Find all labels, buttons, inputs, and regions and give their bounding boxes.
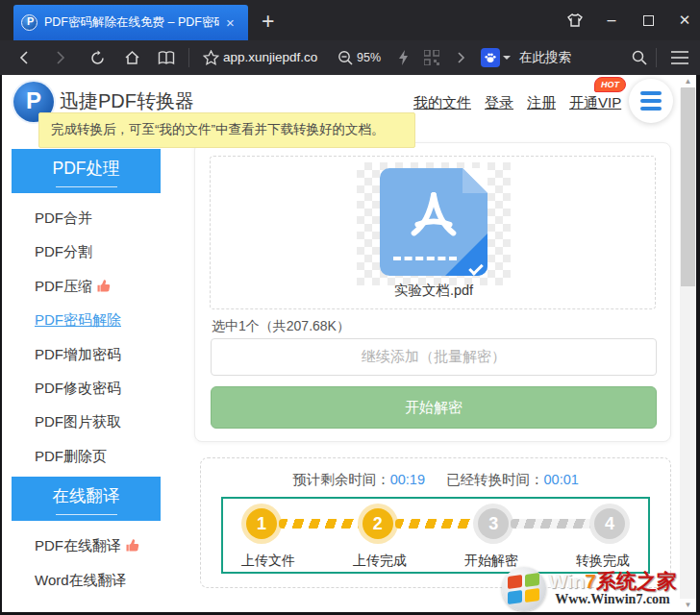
add-more-button[interactable]: 继续添加（批量解密）	[211, 338, 657, 376]
pdf-file-thumbnail[interactable]	[380, 168, 488, 276]
step-1-label: 上传文件	[235, 553, 302, 570]
search-icon[interactable]	[627, 40, 652, 75]
nav-vip[interactable]: 开通VIP	[569, 94, 621, 112]
steps-box: 1 2 3 4 上传文件 上传完成 开始解密 转换完成	[221, 497, 650, 574]
site-nav: 我的文件 登录 注册 开通VIP	[413, 94, 621, 112]
search-input[interactable]: 在此搜索	[519, 40, 571, 75]
extensions-chevron-icon[interactable]	[448, 40, 473, 75]
file-dropzone[interactable]: 实验文档.pdf	[210, 156, 656, 309]
toolbar-divider	[656, 48, 657, 67]
sidebar-item-pdf-merge[interactable]: PDF合并	[12, 201, 161, 234]
thumbs-up-icon	[125, 530, 139, 564]
browser-toolbar: app.xunjiepdf.co 95% 在此搜索	[0, 40, 700, 75]
browser-tab[interactable]: PDF密码解除在线免费 – PDF密码移 ×	[13, 5, 248, 40]
windows-logo-icon	[502, 567, 546, 611]
toolbar-divider	[188, 48, 189, 67]
step-2-circle: 2	[362, 508, 393, 539]
selection-summary: 选中1个（共207.68K）	[212, 318, 350, 335]
scroll-down-icon[interactable]: ▼	[680, 599, 696, 612]
nav-login[interactable]: 登录	[485, 94, 513, 112]
thumbs-up-icon	[96, 271, 111, 305]
window-close-button[interactable]: ✕	[675, 11, 694, 30]
page-scrollbar[interactable]: ▲ ▼	[680, 75, 696, 612]
sidebar-item-pdf-password-remove[interactable]: PDF密码解除	[12, 303, 161, 336]
search-engine-dropdown-icon[interactable]	[503, 56, 511, 60]
sidebar-item-word-translate[interactable]: Word在线翻译	[12, 563, 161, 597]
sidebar-item-pdf-delete-pages[interactable]: PDF删除页	[12, 439, 161, 473]
nav-my-files[interactable]: 我的文件	[413, 94, 471, 112]
browser-menu-icon[interactable]	[667, 40, 692, 75]
sidebar-item-pdf-translate[interactable]: PDF在线翻译	[12, 529, 161, 562]
url-field[interactable]: app.xunjiepdf.co	[223, 40, 317, 75]
zoom-level[interactable]: 95%	[357, 40, 381, 75]
sidebar: PDF处理 PDF合并 PDF分割 PDF压缩 PDF密码解除 PDF增加密码 …	[12, 149, 161, 601]
web-page: 迅捷PDF转换器 我的文件 登录 注册 开通VIP HOT 完成转换后，可至“我…	[2, 75, 696, 612]
back-icon[interactable]	[12, 40, 37, 75]
sidebar-item-pdf-change-password[interactable]: PDF修改密码	[12, 371, 161, 405]
watermark-url: Www.Winwin7.com	[548, 592, 677, 607]
home-icon[interactable]	[119, 40, 144, 75]
start-decrypt-button[interactable]: 开始解密	[211, 386, 657, 429]
watermark: Win7系统之家 Www.Winwin7.com	[502, 567, 677, 611]
step-bar-2-3	[395, 519, 477, 529]
zoom-out-icon[interactable]	[333, 40, 358, 75]
minimize-button[interactable]: –	[602, 11, 621, 30]
hot-badge: HOT	[594, 77, 626, 92]
nav-register[interactable]: 注册	[527, 94, 556, 112]
scrollbar-thumb[interactable]	[681, 87, 695, 286]
bookmark-star-icon[interactable]	[198, 40, 223, 75]
step-1-circle: 1	[246, 508, 277, 539]
selected-check-corner	[445, 234, 488, 276]
file-name: 实验文档.pdf	[357, 282, 511, 300]
qr-code-icon[interactable]	[419, 40, 444, 75]
browser-window: PDF密码解除在线免费 – PDF密码移 × + – ✕ app.xunjiep…	[0, 0, 700, 615]
sidebar-item-pdf-split[interactable]: PDF分割	[12, 234, 161, 268]
step-3-circle: 3	[478, 508, 509, 539]
new-tab-button[interactable]: +	[262, 9, 274, 35]
search-engine-icon[interactable]	[481, 48, 500, 67]
site-favicon	[21, 14, 38, 31]
sidebar-section-pdf-processing[interactable]: PDF处理	[12, 149, 161, 193]
step-bar-3-4	[511, 519, 592, 529]
sidebar-section-online-translate[interactable]: 在线翻译	[12, 477, 161, 521]
reload-icon[interactable]	[85, 40, 110, 75]
step-indicator: 1 2 3 4	[223, 508, 648, 539]
sidebar-item-pdf-add-password[interactable]: PDF增加密码	[12, 337, 161, 371]
step-bar-1-2	[279, 519, 361, 529]
tab-title: PDF密码解除在线免费 – PDF密码移	[44, 14, 219, 31]
watermark-brand: Win7系统之家	[548, 571, 677, 592]
transparency-checker: 实验文档.pdf	[357, 162, 511, 285]
time-estimates: 预计剩余时间：00:19 已经转换时间：00:01	[201, 471, 670, 489]
elapsed-time-label: 已经转换时间：	[446, 472, 544, 487]
sidebar-item-pdf-compress[interactable]: PDF压缩	[12, 269, 161, 303]
elapsed-time-value: 00:01	[544, 472, 579, 487]
file-panel: 实验文档.pdf 选中1个（共207.68K） 继续添加（批量解密） 开始解密	[194, 142, 671, 442]
step-4-circle: 4	[594, 508, 625, 539]
maximize-button[interactable]	[638, 11, 658, 30]
sidebar-item-pdf-extract-images[interactable]: PDF图片获取	[12, 405, 161, 438]
scroll-up-icon[interactable]: ▲	[680, 75, 696, 88]
step-2-label: 上传完成	[346, 553, 413, 570]
lightning-icon[interactable]	[390, 40, 415, 75]
remaining-time-value: 00:19	[390, 472, 425, 487]
title-bar: PDF密码解除在线免费 – PDF密码移 × + – ✕	[0, 0, 700, 40]
forward-icon[interactable]	[48, 40, 73, 75]
tab-close-icon[interactable]: ×	[226, 15, 235, 30]
remaining-time-label: 预计剩余时间：	[292, 472, 390, 487]
skin-theme-icon[interactable]	[565, 11, 585, 30]
reading-list-icon[interactable]	[154, 40, 179, 75]
site-menu-button[interactable]	[629, 79, 673, 123]
tooltip: 完成转换后，可至“我的文件”中查看并下载转换好的文档。	[38, 112, 415, 148]
site-brand: 迅捷PDF转换器	[60, 88, 194, 114]
